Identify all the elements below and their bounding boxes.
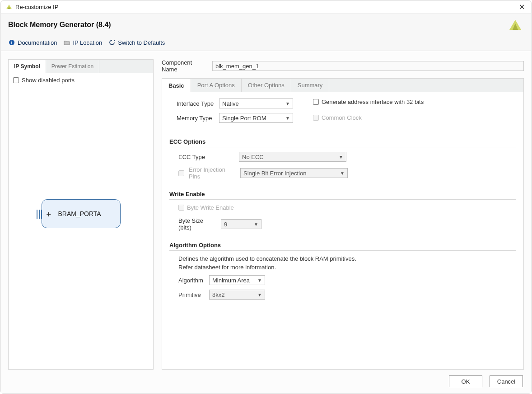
byte-size-value: 9 — [224, 221, 227, 228]
error-injection-select: Single Bit Error Injection ▼ — [240, 168, 348, 178]
component-name-input[interactable] — [212, 61, 524, 71]
ip-title: Block Memory Generator (8.4) — [8, 21, 524, 29]
tab-power-estimation[interactable]: Power Estimation — [46, 60, 99, 73]
ecc-type-value: No ECC — [242, 154, 264, 160]
show-disabled-ports-checkbox[interactable] — [13, 77, 19, 83]
window-title: Re-customize IP — [15, 4, 517, 10]
port-connector-icon — [37, 210, 42, 219]
component-name-row: Component Name — [162, 59, 524, 73]
close-button[interactable]: ✕ — [517, 3, 527, 11]
ecc-type-row: ECC Type No ECC ▼ — [178, 152, 516, 162]
left-body: Show disabled ports + BRAM_PORTA — [9, 73, 153, 369]
expand-icon: + — [47, 210, 51, 219]
body: IP Symbol Power Estimation Show disabled… — [1, 51, 531, 370]
primitive-select: 8kx2 ▼ — [209, 290, 265, 300]
interface-type-select[interactable]: Native ▼ — [219, 98, 293, 108]
interface-type-label: Interface Type — [177, 100, 215, 107]
algorithm-select[interactable]: Minimum Area ▼ — [209, 275, 265, 285]
left-panel: IP Symbol Power Estimation Show disabled… — [8, 59, 154, 370]
memory-type-select[interactable]: Single Port ROM ▼ — [219, 113, 293, 123]
ecc-type-label: ECC Type — [178, 154, 234, 160]
ecc-options-title: ECC Options — [169, 138, 516, 145]
memory-type-label: Memory Type — [177, 115, 215, 122]
memory-type-row: Memory Type Single Port ROM ▼ — [177, 113, 293, 123]
tab-summary[interactable]: Summary — [291, 79, 330, 92]
bram-port-block[interactable]: + BRAM_PORTA — [42, 199, 121, 228]
window: Re-customize IP ✕ Block Memory Generator… — [0, 0, 532, 394]
interface-type-row: Interface Type Native ▼ — [177, 98, 293, 108]
ip-location-link[interactable]: IP Location — [63, 39, 102, 46]
tab-basic-content: Interface Type Native ▼ Memory Type Sing… — [162, 92, 524, 370]
right-panel: Component Name Basic Port A Options Othe… — [162, 59, 524, 370]
primitive-label: Primitive — [178, 291, 205, 298]
interface-type-value: Native — [222, 100, 239, 107]
error-injection-pins-checkbox — [178, 170, 184, 176]
chevron-down-icon: ▼ — [254, 222, 258, 227]
error-injection-value: Single Bit Error Injection — [243, 170, 306, 177]
main-tabs: Basic Port A Options Other Options Summa… — [162, 78, 524, 92]
algorithm-row: Algorithm Minimum Area ▼ — [178, 275, 516, 285]
chevron-down-icon: ▼ — [257, 292, 262, 297]
gen-addr-32bit-row: Generate address interface with 32 bits — [313, 98, 424, 105]
cancel-button[interactable]: Cancel — [490, 375, 523, 387]
bram-port-label: BRAM_PORTA — [58, 210, 101, 217]
component-name-label: Component Name — [162, 59, 209, 73]
toolbar: i Documentation IP Location Switch to De… — [8, 39, 524, 46]
left-tabs: IP Symbol Power Estimation — [9, 60, 153, 73]
switch-defaults-label: Switch to Defaults — [118, 39, 165, 46]
ecc-type-select: No ECC ▼ — [239, 152, 346, 162]
tab-other-options[interactable]: Other Options — [242, 79, 291, 92]
vendor-logo-icon — [507, 17, 524, 36]
chevron-down-icon: ▼ — [285, 101, 290, 106]
chevron-down-icon: ▼ — [340, 171, 345, 176]
ip-location-label: IP Location — [73, 39, 102, 46]
byte-write-enable-checkbox — [178, 205, 184, 211]
show-disabled-ports-row: Show disabled ports — [13, 77, 149, 84]
refresh-icon — [108, 39, 116, 46]
algorithm-options-section: Algorithm Options Defines the algorithm … — [169, 242, 516, 300]
common-clock-label: Common Clock — [322, 114, 362, 121]
documentation-label: Documentation — [18, 39, 57, 46]
tab-basic[interactable]: Basic — [162, 79, 191, 92]
error-injection-pins-label: Error Injection Pins — [189, 166, 236, 180]
documentation-link[interactable]: i Documentation — [8, 39, 57, 46]
info-icon: i — [8, 39, 15, 46]
algorithm-desc-2: Refer datasheet for more information. — [178, 264, 516, 271]
error-injection-row: Error Injection Pins Single Bit Error In… — [178, 166, 516, 180]
chevron-down-icon: ▼ — [339, 155, 343, 159]
algorithm-options-title: Algorithm Options — [169, 242, 516, 249]
chevron-down-icon: ▼ — [257, 278, 262, 283]
footer: OK Cancel — [1, 370, 531, 393]
byte-size-select: 9 ▼ — [221, 219, 261, 229]
chevron-down-icon: ▼ — [285, 116, 290, 121]
common-clock-checkbox — [313, 115, 319, 121]
algorithm-desc-1: Defines the algorithm used to concatenat… — [178, 255, 516, 262]
byte-write-enable-label: Byte Write Enable — [187, 204, 234, 211]
show-disabled-ports-label: Show disabled ports — [22, 77, 75, 84]
memory-type-value: Single Port ROM — [222, 115, 266, 122]
ok-button[interactable]: OK — [449, 375, 482, 387]
folder-icon — [63, 39, 70, 46]
primitive-row: Primitive 8kx2 ▼ — [178, 290, 516, 300]
header: Block Memory Generator (8.4) i Documenta… — [1, 14, 531, 51]
algorithm-value: Minimum Area — [212, 277, 250, 284]
switch-defaults-link[interactable]: Switch to Defaults — [108, 39, 165, 46]
ip-symbol-area: + BRAM_PORTA — [13, 87, 149, 340]
write-enable-section: Write Enable Byte Write Enable Byte Size… — [169, 191, 516, 231]
tab-port-a-options[interactable]: Port A Options — [191, 79, 242, 92]
tab-ip-symbol[interactable]: IP Symbol — [9, 60, 46, 73]
algorithm-label: Algorithm — [178, 277, 205, 284]
byte-size-row: Byte Size (bits) 9 ▼ — [178, 217, 516, 231]
svg-text:i: i — [11, 40, 13, 45]
ecc-options-section: ECC Options ECC Type No ECC ▼ Erro — [169, 138, 516, 180]
byte-write-enable-row: Byte Write Enable — [178, 204, 516, 211]
app-icon — [5, 4, 13, 11]
gen-addr-32bit-checkbox[interactable] — [313, 99, 319, 105]
titlebar: Re-customize IP ✕ — [1, 1, 531, 14]
gen-addr-32bit-label: Generate address interface with 32 bits — [322, 98, 424, 105]
write-enable-title: Write Enable — [169, 191, 516, 197]
common-clock-row: Common Clock — [313, 114, 424, 121]
primitive-value: 8kx2 — [212, 291, 224, 298]
byte-size-label: Byte Size (bits) — [178, 217, 216, 231]
